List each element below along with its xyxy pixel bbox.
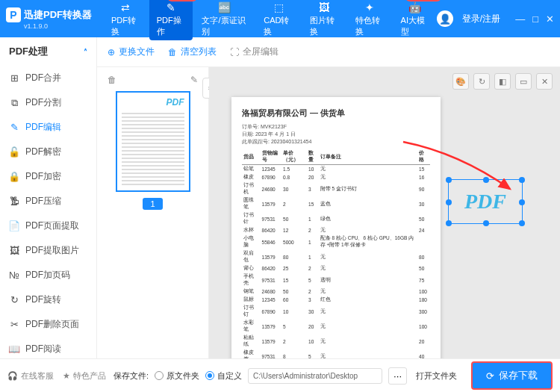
- clear-list-button[interactable]: 🗑 清空列表: [168, 46, 217, 58]
- side-icon: 🔓: [9, 147, 19, 158]
- tab-特色转换[interactable]: ✦特色转换: [348, 0, 392, 40]
- page-thumbnail[interactable]: PDF: [116, 91, 190, 192]
- sidebar-item-PDF页面提取[interactable]: 📄PDF页面提取: [0, 214, 96, 238]
- save-path-label: 保存文件:: [113, 370, 149, 382]
- titlebar: P 迅捷PDF转换器 v1.1.9.0 ⇄PDF转换PDF编辑✎PDF操作🔤文字…: [0, 0, 560, 37]
- radio-custom-folder[interactable]: 自定义: [205, 370, 242, 382]
- sidebar-item-PDF编辑[interactable]: ✎PDF编辑: [0, 115, 96, 140]
- login-link[interactable]: 登录/注册: [462, 13, 500, 25]
- fullscreen-icon: ⛶: [230, 47, 239, 57]
- side-icon: 🔒: [9, 172, 19, 182]
- tab-label: CAD转换: [264, 15, 293, 37]
- tab-图片转换[interactable]: 🖼图片转换: [302, 0, 346, 40]
- side-icon: 🖼: [9, 246, 19, 256]
- editor-row: 🗑 ✎ PDF 1 › 🎨 ↻ ◧ ▭ ✕: [97, 67, 560, 358]
- tab-icon: ⇄: [118, 0, 133, 15]
- handle-bl[interactable]: [446, 220, 452, 226]
- handle-br[interactable]: [519, 220, 525, 226]
- sidebar-item-PDF提取图片[interactable]: 🖼PDF提取图片: [0, 238, 96, 263]
- sidebar-item-PDF压缩[interactable]: 🗜PDF压缩: [0, 189, 96, 214]
- side-icon: ↻: [9, 295, 19, 305]
- thumbnail-panel: 🗑 ✎ PDF 1 ›: [97, 67, 209, 358]
- side-icon: ⊞: [9, 73, 19, 84]
- tab-icon: 🖼: [317, 0, 332, 15]
- tab-icon: ✦: [362, 0, 377, 15]
- thumb-pdf-mark: PDF: [167, 97, 184, 108]
- supply-table: 货品货物编号单价（元）数量订单备注价格 铅笔123451.510无15橡皮678…: [242, 149, 430, 358]
- tool-delete-icon[interactable]: ✕: [536, 73, 553, 90]
- sidebar-item-PDF删除页面[interactable]: ✂PDF删除页面: [0, 312, 96, 337]
- delete-page-icon[interactable]: 🗑: [108, 75, 116, 85]
- browse-button[interactable]: ···: [388, 367, 407, 385]
- featured-link[interactable]: ★ 特色产品: [63, 370, 106, 382]
- tab-CAD转换[interactable]: ⬚CAD转换: [256, 0, 301, 40]
- handle-tc[interactable]: [483, 177, 489, 183]
- sidebar-item-PDF加密[interactable]: 🔒PDF加密: [0, 164, 96, 189]
- page-preview: 洛福贸易有限公司 — 供货单 订单号: MVK2123F 日期: 2023 年 …: [231, 97, 441, 358]
- preview-toolbar: 🎨 ↻ ◧ ▭ ✕: [452, 73, 553, 90]
- window-controls: — □ ✕: [515, 13, 554, 25]
- file-add-icon: ⊕: [108, 47, 115, 57]
- side-icon: 🗜: [9, 196, 19, 207]
- tab-label: AI大模型: [401, 15, 429, 37]
- avatar-icon[interactable]: 👤: [437, 10, 453, 27]
- path-input[interactable]: C:\Users\Administrator\Desktop: [248, 368, 382, 384]
- watermark-text: PDF: [464, 190, 506, 214]
- tab-label: 文字/票证识别: [202, 15, 247, 37]
- tool-refresh-icon[interactable]: ↻: [473, 73, 490, 90]
- main-tabs: ⇄PDF转换PDF编辑✎PDF操作🔤文字/票证识别⬚CAD转换🖼图片转换✦特色转…: [104, 0, 437, 40]
- tool-crop-icon[interactable]: ▭: [515, 73, 532, 90]
- close-button[interactable]: ✕: [546, 13, 554, 25]
- replace-file-button[interactable]: ⊕ 更换文件: [108, 46, 155, 58]
- sidebar-item-PDF旋转[interactable]: ↻PDF旋转: [0, 287, 96, 312]
- radio-same-folder[interactable]: 原文件夹: [155, 370, 199, 382]
- annotate-icon[interactable]: ✎: [190, 75, 198, 85]
- doc-title: 洛福贸易有限公司 — 供货单: [242, 108, 430, 119]
- tab-label: 图片转换: [310, 15, 339, 37]
- tab-label: 特色转换: [355, 15, 385, 37]
- sidebar-item-PDF解密[interactable]: 🔓PDF解密: [0, 140, 96, 164]
- chevron-up-icon: ˄: [84, 48, 87, 56]
- save-download-button[interactable]: ⟳ 保存下载: [471, 361, 553, 390]
- fullscreen-button[interactable]: ⛶ 全屏编辑: [230, 46, 279, 58]
- side-icon: ✂: [9, 320, 19, 330]
- tab-label: PDF转换: [111, 15, 140, 37]
- handle-tl[interactable]: [446, 177, 452, 183]
- handle-bc[interactable]: [483, 220, 489, 226]
- tab-icon: ✎: [164, 0, 178, 15]
- sidebar-heading[interactable]: PDF处理 ˄: [0, 37, 96, 66]
- side-icon: ✎: [9, 122, 19, 133]
- sidebar-item-PDF分割[interactable]: ⧉PDF分割: [0, 90, 96, 115]
- handle-mr[interactable]: [519, 199, 525, 205]
- preview-area[interactable]: 🎨 ↻ ◧ ▭ ✕ 洛福贸易有限公司 — 供货单 订单号: MVK2123F 日…: [209, 67, 560, 358]
- sidebar-item-PDF合并[interactable]: ⊞PDF合并: [0, 66, 96, 90]
- sidebar-item-PDF加页码[interactable]: №PDF加页码: [0, 263, 96, 287]
- handle-tr[interactable]: [519, 177, 525, 183]
- tab-PDF操作[interactable]: PDF编辑✎PDF操作: [149, 0, 193, 40]
- watermark-box[interactable]: PDF: [448, 179, 523, 224]
- open-folder-link[interactable]: 打开文件夹: [416, 370, 457, 382]
- sidebar-item-PDF阅读[interactable]: 📖PDF阅读: [0, 337, 96, 361]
- trash-icon: 🗑: [168, 47, 177, 57]
- tab-文字/票证识别[interactable]: 🔤文字/票证识别: [194, 0, 255, 40]
- max-button[interactable]: □: [532, 13, 538, 25]
- side-icon: №: [9, 270, 19, 281]
- tab-PDF转换[interactable]: ⇄PDF转换: [104, 0, 148, 40]
- support-link[interactable]: 🎧 在线客服: [7, 370, 54, 382]
- min-button[interactable]: —: [515, 13, 525, 25]
- handle-ml[interactable]: [446, 199, 452, 205]
- tab-icon: 🔤: [217, 0, 232, 15]
- main-body: PDF处理 ˄ ⊞PDF合并⧉PDF分割✎PDF编辑🔓PDF解密🔒PDF加密🗜P…: [0, 37, 560, 358]
- side-icon: ⧉: [9, 98, 19, 108]
- page-number-badge: 1: [143, 198, 162, 210]
- titlebar-right: 👤 登录/注册 — □ ✕: [437, 10, 554, 27]
- tool-opacity-icon[interactable]: ◧: [494, 73, 511, 90]
- tab-icon: 🤖: [408, 0, 423, 15]
- app-version: v1.1.9.0: [24, 22, 92, 30]
- app-name: 迅捷PDF转换器: [24, 8, 92, 22]
- sidebar: PDF处理 ˄ ⊞PDF合并⧉PDF分割✎PDF编辑🔓PDF解密🔒PDF加密🗜P…: [0, 37, 97, 358]
- tab-AI大模型[interactable]: AI解决文档🤖AI大模型: [393, 0, 437, 40]
- content-toolbar: ⊕ 更换文件 🗑 清空列表 ⛶ 全屏编辑: [97, 37, 560, 67]
- app-logo: P 迅捷PDF转换器 v1.1.9.0: [6, 7, 92, 30]
- tool-paint-icon[interactable]: 🎨: [452, 73, 469, 90]
